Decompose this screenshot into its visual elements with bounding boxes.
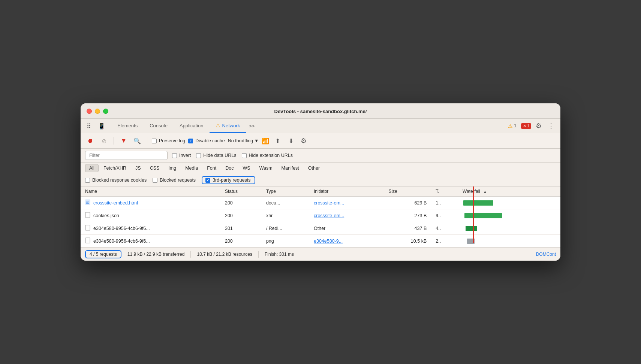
- error-badge: ✕ 1: [521, 123, 531, 129]
- toolbar-left-icons: ⠿ 📱: [85, 120, 107, 132]
- type-font-button[interactable]: Font: [203, 164, 220, 172]
- table-row[interactable]: cookies.json 200xhrcrosssite-em...273 B9…: [81, 209, 560, 222]
- col-size[interactable]: Size: [384, 186, 431, 197]
- svg-rect-5: [85, 225, 90, 230]
- cell-status: 200: [220, 235, 262, 248]
- domcont-text: DOMCont: [536, 252, 556, 257]
- cookie-filter-bar: Blocked response cookies Blocked request…: [81, 174, 560, 186]
- col-status[interactable]: Status: [220, 186, 262, 197]
- type-media-button[interactable]: Media: [181, 164, 202, 172]
- col-type[interactable]: Type: [262, 186, 309, 197]
- minimize-button[interactable]: [95, 109, 100, 114]
- hide-data-urls-checkbox[interactable]: [196, 153, 201, 158]
- tab-console[interactable]: Console: [144, 119, 174, 133]
- type-all-button[interactable]: All: [85, 164, 99, 172]
- network-settings-icon[interactable]: ⚙: [301, 137, 307, 145]
- search-icon[interactable]: 🔍: [132, 136, 142, 146]
- type-filter-bar: All Fetch/XHR JS CSS Img Media Font Doc …: [81, 163, 560, 174]
- third-party-requests-label[interactable]: 3rd-party requests: [205, 178, 250, 183]
- cell-waterfall: [458, 197, 560, 209]
- cell-initiator[interactable]: crosssite-em...: [309, 209, 384, 222]
- type-other-button[interactable]: Other: [304, 164, 324, 172]
- file-icon: [85, 225, 90, 232]
- initiator-link[interactable]: e304e580-9...: [314, 239, 343, 244]
- type-manifest-button[interactable]: Manifest: [277, 164, 303, 172]
- disable-cache-label[interactable]: Disable cache: [188, 138, 225, 143]
- tab-elements[interactable]: Elements: [111, 119, 144, 133]
- hide-data-urls-label[interactable]: Hide data URLs: [196, 153, 236, 158]
- invert-checkbox[interactable]: [172, 153, 177, 158]
- svg-rect-1: [86, 201, 89, 201]
- file-icon: [85, 212, 90, 219]
- more-options-icon[interactable]: ⋮: [546, 119, 556, 132]
- col-initiator[interactable]: Initiator: [309, 186, 384, 197]
- blocked-requests-checkbox[interactable]: [153, 178, 157, 183]
- third-party-requests-checkbox[interactable]: [205, 178, 210, 183]
- download-icon[interactable]: ⬇: [286, 136, 296, 146]
- clear-button[interactable]: ⊘: [99, 136, 109, 146]
- type-img-button[interactable]: Img: [164, 164, 180, 172]
- network-warning-icon: ⚠: [216, 122, 220, 128]
- waterfall-bar: [463, 200, 493, 206]
- initiator-link[interactable]: crosssite-em...: [314, 213, 344, 218]
- settings-gear-icon[interactable]: ⚙: [536, 122, 542, 130]
- wifi-icon: 📶: [262, 137, 269, 145]
- cell-type: docu...: [262, 197, 309, 209]
- svg-rect-6: [85, 238, 90, 243]
- cell-initiator[interactable]: e304e580-9...: [309, 235, 384, 248]
- stop-recording-button[interactable]: ⏺: [85, 136, 96, 146]
- waterfall-red-line: [473, 186, 474, 243]
- window-title: DevTools - samesite-sandbox.glitch.me/: [274, 109, 367, 114]
- divider-1: [114, 137, 114, 145]
- cell-initiator: Other: [309, 222, 384, 235]
- cell-time: 4..: [431, 222, 458, 235]
- network-table: Name Status Type Initiator Size T. Water…: [81, 186, 560, 248]
- upload-icon[interactable]: ⬆: [272, 136, 283, 146]
- throttle-select[interactable]: No throttling ▼: [228, 138, 259, 143]
- cell-initiator[interactable]: crosssite-em...: [309, 197, 384, 209]
- waterfall-bar: [466, 226, 477, 231]
- type-ws-button[interactable]: WS: [238, 164, 254, 172]
- type-wasm-button[interactable]: Wasm: [255, 164, 277, 172]
- filter-icon[interactable]: ▼: [118, 136, 129, 146]
- col-time[interactable]: T.: [431, 186, 458, 197]
- initiator-link[interactable]: crosssite-em...: [314, 200, 344, 206]
- table-row[interactable]: crosssite-embed.html 200docu...crosssite…: [81, 197, 560, 209]
- disable-cache-checkbox[interactable]: [188, 139, 193, 143]
- hide-ext-urls-label[interactable]: Hide extension URLs: [242, 153, 293, 158]
- preserve-log-label[interactable]: Preserve log: [152, 138, 185, 143]
- tab-network[interactable]: ⚠ Network: [210, 119, 246, 133]
- table-row[interactable]: e304e580-9956-4cb6-9f6... 301/ Redi...Ot…: [81, 222, 560, 235]
- type-fetch-xhr-button[interactable]: Fetch/XHR: [99, 164, 130, 172]
- type-css-button[interactable]: CSS: [146, 164, 164, 172]
- finish-time: Finish: 301 ms: [265, 251, 300, 258]
- type-js-button[interactable]: JS: [131, 164, 145, 172]
- col-name[interactable]: Name: [81, 186, 220, 197]
- filter-input[interactable]: [85, 151, 168, 160]
- close-button[interactable]: [87, 109, 92, 114]
- svg-rect-3: [86, 203, 89, 204]
- blocked-requests-label[interactable]: Blocked requests: [153, 178, 196, 183]
- file-name: e304e580-9956-4cb6-9f6...: [93, 226, 150, 231]
- cell-type: / Redi...: [262, 222, 309, 235]
- blocked-response-cookies-label[interactable]: Blocked response cookies: [85, 178, 147, 183]
- cell-name: crosssite-embed.html: [81, 197, 220, 209]
- svg-rect-2: [86, 202, 88, 203]
- tab-application[interactable]: Application: [174, 119, 210, 133]
- tab-more[interactable]: >>: [246, 119, 258, 133]
- file-icon: [85, 237, 90, 245]
- invert-label[interactable]: Invert: [172, 153, 191, 158]
- type-doc-button[interactable]: Doc: [221, 164, 238, 172]
- device-toolbar-icon[interactable]: 📱: [96, 120, 107, 132]
- cell-type: xhr: [262, 209, 309, 222]
- cell-size: 273 B: [384, 209, 431, 222]
- waterfall-bar: [464, 213, 502, 218]
- blocked-response-cookies-checkbox[interactable]: [85, 178, 90, 183]
- table-row[interactable]: e304e580-9956-4cb6-9f6... 200pnge304e580…: [81, 235, 560, 248]
- warning-triangle-icon: ⚠: [508, 123, 513, 129]
- status-bar: 4 / 5 requests 11.9 kB / 22.9 kB transfe…: [81, 248, 560, 261]
- maximize-button[interactable]: [103, 109, 108, 114]
- preserve-log-checkbox[interactable]: [152, 139, 157, 143]
- hide-ext-urls-checkbox[interactable]: [242, 153, 247, 158]
- inspect-icon[interactable]: ⠿: [85, 120, 93, 132]
